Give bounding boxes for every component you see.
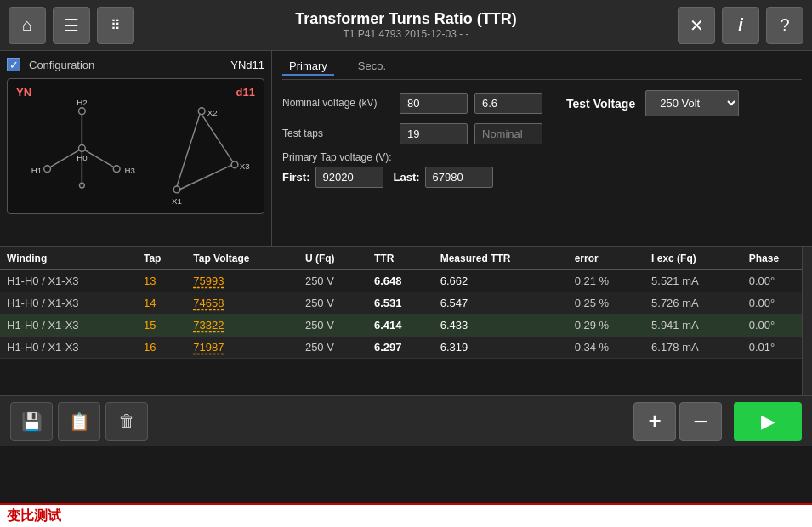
header-right-nav: ✕ i ? — [678, 7, 803, 44]
section-tabs: Primary Seco. — [282, 58, 802, 80]
test-voltage-section: Test Voltage 40 Volt 100 Volt 250 Volt 5… — [566, 90, 739, 116]
svg-point-2 — [79, 108, 86, 115]
svg-line-19 — [202, 115, 233, 162]
test-voltage-select[interactable]: 40 Volt 100 Volt 250 Volt 500 Volt — [645, 90, 739, 116]
table-row[interactable]: H1-H0 / X1-X3 13 75993 250 V 6.648 6.662… — [0, 270, 812, 292]
cell-tap: 13 — [137, 270, 186, 292]
settings-icon: ✕ — [690, 15, 704, 36]
cell-error: 0.29 % — [568, 314, 644, 337]
svg-text:H2: H2 — [77, 98, 87, 107]
col-tap: Tap — [137, 247, 186, 270]
info-icon: i — [738, 15, 743, 35]
bottom-toolbar: 💾 📋 🗑 + − ▶ — [0, 395, 812, 446]
tab-primary[interactable]: Primary — [282, 58, 334, 76]
svg-text:H3: H3 — [125, 166, 135, 175]
transformer-svg: H0 H2 H1 H3 — [8, 79, 264, 213]
footer: 变比测试 — [0, 503, 812, 527]
cell-ttr: 6.531 — [367, 292, 434, 314]
cell-ttr: 6.414 — [367, 314, 434, 337]
diagram-yn-label: YN — [16, 86, 31, 99]
cell-ttr: 6.297 — [367, 337, 434, 359]
header-center: Transformer Turns Ratio (TTR) T1 P41 479… — [134, 10, 678, 40]
top-panels: ✓ Configuration YNd11 YN d11 H0 H2 — [0, 51, 812, 246]
config-type: YNd11 — [230, 59, 264, 71]
config-checkbox[interactable]: ✓ — [7, 58, 20, 71]
transformer-diagram: YN d11 H0 H2 H1 — [7, 78, 264, 214]
svg-text:X3: X3 — [240, 162, 250, 171]
header-left-nav: ⌂ ☰ ⠿ — [9, 7, 134, 44]
delete-button[interactable]: 🗑 — [105, 402, 148, 441]
play-button[interactable]: ▶ — [734, 402, 802, 441]
table-body: H1-H0 / X1-X3 13 75993 250 V 6.648 6.662… — [0, 270, 812, 359]
info-button[interactable]: i — [722, 7, 759, 44]
col-winding: Winding — [0, 247, 137, 270]
left-panel: ✓ Configuration YNd11 YN d11 H0 H2 — [0, 51, 272, 246]
right-panel: Primary Seco. Nominal voltage (kV) Test … — [272, 51, 812, 246]
help-button[interactable]: ? — [766, 7, 803, 44]
settings-button[interactable]: ✕ — [678, 7, 715, 44]
svg-line-20 — [179, 165, 232, 190]
config-header: ✓ Configuration YNd11 — [7, 58, 264, 71]
table-row[interactable]: H1-H0 / X1-X3 15 73322 250 V 6.414 6.433… — [0, 314, 812, 337]
cell-tap: 16 — [137, 337, 186, 359]
table-row[interactable]: H1-H0 / X1-X3 16 71987 250 V 6.297 6.319… — [0, 337, 812, 359]
cell-winding: H1-H0 / X1-X3 — [0, 270, 137, 292]
tap-section: Primary Tap voltage (V): First: Last: — [282, 151, 802, 188]
table-header-row: Winding Tap Tap Voltage U (Fq) TTR Measu… — [0, 247, 812, 270]
first-input[interactable] — [315, 167, 383, 188]
add-icon: + — [648, 408, 661, 434]
table-row[interactable]: H1-H0 / X1-X3 14 74658 250 V 6.531 6.547… — [0, 292, 812, 314]
document-icon: 📋 — [69, 411, 90, 432]
home-icon: ⌂ — [22, 15, 32, 35]
cell-measured-ttr: 6.547 — [434, 292, 568, 314]
config-label: Configuration — [29, 59, 94, 71]
test-taps-row: Test taps — [282, 123, 802, 144]
cell-u-fq: 250 V — [298, 314, 367, 337]
cell-u-fq: 250 V — [298, 292, 367, 314]
cell-tap-voltage: 73322 — [186, 314, 298, 337]
cell-i-exc: 5.941 mA — [644, 314, 742, 337]
test-taps-label: Test taps — [282, 128, 393, 141]
cell-u-fq: 250 V — [298, 337, 367, 359]
grid-button[interactable]: ⠿ — [97, 7, 134, 44]
svg-point-8 — [113, 166, 120, 173]
cell-ttr: 6.648 — [367, 270, 434, 292]
home-button[interactable]: ⌂ — [9, 7, 46, 44]
svg-text:X1: X1 — [172, 196, 182, 206]
app-subtitle: T1 P41 4793 2015-12-03 - - — [134, 28, 678, 40]
cell-error: 0.25 % — [568, 292, 644, 314]
cell-tap-voltage: 74658 — [186, 292, 298, 314]
primary-tap-label: Primary Tap voltage (V): — [282, 151, 802, 163]
col-u-fq: U (Fq) — [298, 247, 367, 270]
add-button[interactable]: + — [633, 402, 676, 441]
remove-button[interactable]: − — [679, 402, 722, 441]
test-taps-value[interactable] — [400, 123, 468, 144]
nominal-voltage-secondary[interactable] — [474, 93, 542, 114]
scrollbar-right[interactable] — [802, 247, 812, 395]
tab-secondary[interactable]: Seco. — [351, 58, 393, 76]
footer-text: 变比测试 — [7, 507, 61, 525]
svg-point-15 — [231, 162, 238, 168]
cell-tap-voltage: 75993 — [186, 270, 298, 292]
cell-error: 0.34 % — [568, 337, 644, 359]
svg-point-17 — [173, 186, 180, 193]
nominal-voltage-row: Nominal voltage (kV) Test Voltage 40 Vol… — [282, 90, 802, 116]
last-input[interactable] — [425, 167, 493, 188]
document-button[interactable]: 📋 — [58, 402, 100, 441]
grid-icon: ⠿ — [111, 17, 121, 33]
list-button[interactable]: ☰ — [53, 7, 90, 44]
last-label: Last: — [394, 171, 420, 184]
cell-tap: 15 — [137, 314, 186, 337]
last-group: Last: — [394, 167, 493, 188]
delete-icon: 🗑 — [118, 411, 135, 431]
nominal-voltage-label: Nominal voltage (kV) — [282, 97, 393, 110]
cell-winding: H1-H0 / X1-X3 — [0, 314, 137, 337]
save-icon: 💾 — [21, 411, 43, 432]
col-i-exc: I exc (Fq) — [644, 247, 742, 270]
cell-tap: 14 — [137, 292, 186, 314]
help-icon: ? — [780, 15, 789, 35]
nominal-voltage-primary[interactable] — [400, 93, 468, 114]
save-button[interactable]: 💾 — [10, 402, 53, 441]
svg-text:X2: X2 — [207, 108, 218, 117]
svg-point-5 — [44, 166, 51, 173]
